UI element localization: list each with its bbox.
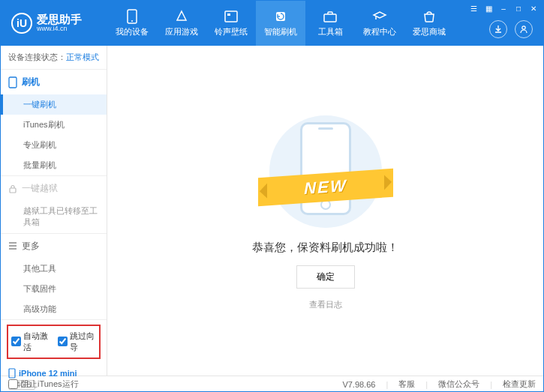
nav-tutorials[interactable]: 教程中心 <box>355 1 404 46</box>
list-icon <box>8 242 17 250</box>
auto-activate-checkbox[interactable]: 自动激活 <box>11 331 50 353</box>
download-button[interactable] <box>489 20 507 38</box>
status-label: 设备连接状态： <box>8 52 66 61</box>
nav-smart-flash[interactable]: 智能刷机 <box>256 1 305 46</box>
sidebar-item-one-click-flash[interactable]: 一键刷机 <box>1 94 107 115</box>
sidebar-jailbreak-header: 一键越狱 <box>1 176 107 201</box>
skin-icon[interactable]: ▦ <box>483 3 494 13</box>
app-subtitle: www.i4.cn <box>37 25 82 33</box>
update-link[interactable]: 检查更新 <box>503 379 536 390</box>
auto-activate-label: 自动激活 <box>23 331 50 353</box>
svg-rect-2 <box>225 11 237 22</box>
sidebar-jailbreak-title: 一键越狱 <box>22 182 58 195</box>
flash-icon <box>273 9 288 24</box>
svg-point-6 <box>522 26 525 29</box>
nav-label: 我的设备 <box>116 26 149 37</box>
menu-icon[interactable]: ☰ <box>468 3 479 13</box>
nav-label: 教程中心 <box>363 26 396 37</box>
nav-label: 应用游戏 <box>165 26 198 37</box>
sidebar-item-other-tools[interactable]: 其他工具 <box>1 259 107 279</box>
nav-label: 爱思商城 <box>413 26 446 37</box>
phone-icon <box>125 9 140 24</box>
sidebar-item-advanced[interactable]: 高级功能 <box>1 299 107 319</box>
window-controls: ☰ ▦ – □ ✕ <box>468 3 539 13</box>
sidebar-flash-header[interactable]: 刷机 <box>1 70 107 94</box>
sidebar-item-batch-flash[interactable]: 批量刷机 <box>1 155 107 175</box>
svg-point-1 <box>131 20 133 22</box>
nav-label: 铃声壁纸 <box>215 26 248 37</box>
block-itunes-label: 阻止iTunes运行 <box>21 379 79 390</box>
nav-apps-games[interactable]: 应用游戏 <box>157 1 206 46</box>
toolbox-icon <box>323 9 338 24</box>
service-link[interactable]: 客服 <box>398 379 415 390</box>
sidebar-flash-title: 刷机 <box>22 76 40 88</box>
success-illustration: NEW <box>258 112 393 232</box>
close-icon[interactable]: ✕ <box>528 3 539 13</box>
sidebar-more-title: 更多 <box>22 240 40 253</box>
maximize-icon[interactable]: □ <box>513 3 524 13</box>
app-header: iU 爱思助手 www.i4.cn 我的设备 应用游戏 铃声壁纸 智能刷机 工具… <box>1 1 543 46</box>
svg-rect-9 <box>9 369 15 378</box>
sidebar: 设备连接状态：正常模式 刷机 一键刷机 iTunes刷机 专业刷机 批量刷机 一… <box>1 46 107 376</box>
view-log-link[interactable]: 查看日志 <box>309 299 342 310</box>
nav-label: 智能刷机 <box>264 26 297 37</box>
ok-button[interactable]: 确定 <box>296 265 355 289</box>
main-content: NEW 恭喜您，保资料刷机成功啦！ 确定 查看日志 <box>107 46 543 376</box>
block-itunes-checkbox[interactable]: 阻止iTunes运行 <box>8 379 79 390</box>
sidebar-more-header[interactable]: 更多 <box>1 234 107 259</box>
nav-toolbox[interactable]: 工具箱 <box>305 1 355 46</box>
nav-ringtone-wallpaper[interactable]: 铃声壁纸 <box>206 1 256 46</box>
svg-rect-5 <box>324 14 336 22</box>
apps-icon <box>174 9 189 24</box>
connection-status: 设备连接状态：正常模式 <box>1 46 107 70</box>
skip-guide-label: 跳过向导 <box>70 331 97 353</box>
app-logo-icon: iU <box>11 13 32 34</box>
sidebar-item-pro-flash[interactable]: 专业刷机 <box>1 135 107 155</box>
nav-my-device[interactable]: 我的设备 <box>107 1 157 46</box>
skip-guide-checkbox[interactable]: 跳过向导 <box>58 331 97 353</box>
sidebar-item-download-firmware[interactable]: 下载固件 <box>1 279 107 299</box>
status-value: 正常模式 <box>66 52 99 61</box>
lock-icon <box>8 184 17 193</box>
nav-label: 工具箱 <box>318 26 343 37</box>
tutorial-icon <box>372 9 387 24</box>
store-icon <box>422 9 437 24</box>
wechat-link[interactable]: 微信公众号 <box>438 379 479 390</box>
logo-area: iU 爱思助手 www.i4.cn <box>1 13 107 34</box>
version-label: V7.98.66 <box>342 380 375 389</box>
svg-rect-3 <box>227 13 230 16</box>
svg-rect-8 <box>10 188 16 193</box>
sidebar-item-itunes-flash[interactable]: iTunes刷机 <box>1 115 107 135</box>
device-icon <box>8 368 16 379</box>
success-message: 恭喜您，保资料刷机成功啦！ <box>252 241 398 255</box>
app-title: 爱思助手 <box>37 13 82 26</box>
nav-store[interactable]: 爱思商城 <box>404 1 454 46</box>
device-name: iPhone 12 mini <box>8 368 99 379</box>
options-box: 自动激活 跳过向导 <box>7 325 101 359</box>
svg-rect-7 <box>9 77 17 88</box>
jailbreak-note: 越狱工具已转移至工具箱 <box>1 201 107 233</box>
wallpaper-icon <box>224 9 239 24</box>
minimize-icon[interactable]: – <box>498 3 509 13</box>
phone-small-icon <box>8 76 17 88</box>
user-button[interactable] <box>515 20 533 38</box>
main-nav: 我的设备 应用游戏 铃声壁纸 智能刷机 工具箱 教程中心 爱思商城 <box>107 1 454 46</box>
header-right <box>489 20 533 38</box>
